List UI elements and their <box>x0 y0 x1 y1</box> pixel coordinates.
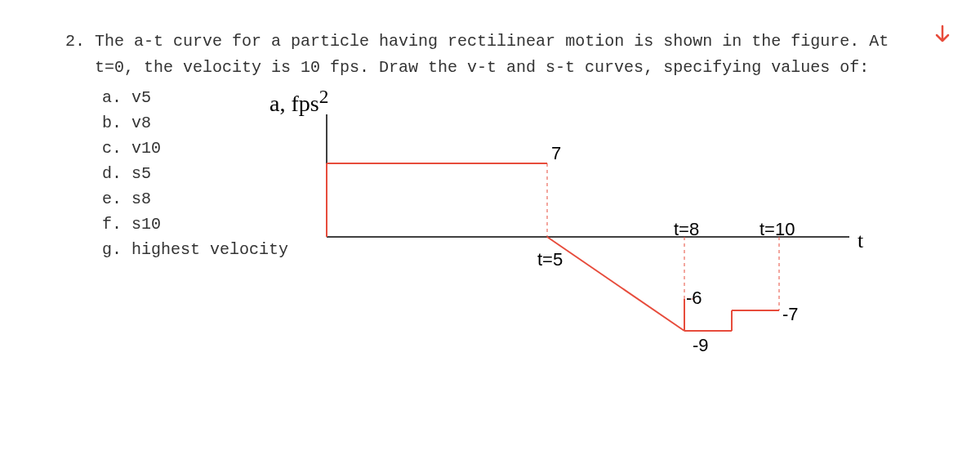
question-text: 2. The a-t curve for a particle having r… <box>65 29 915 81</box>
question-line-2: t=0, the velocity is 10 fps. Draw the v-… <box>95 58 869 77</box>
value-7: 7 <box>551 143 561 164</box>
value-neg6: -6 <box>686 288 702 309</box>
label-t10: t=10 <box>760 219 795 240</box>
a-t-chart: a, fps2 7 t=5 <box>278 90 915 376</box>
arrow-down-icon <box>933 25 951 51</box>
question-line-1: The a-t curve for a particle having rect… <box>95 32 889 51</box>
svg-line-5 <box>547 237 684 331</box>
question-number: 2. <box>65 32 85 51</box>
value-neg7: -7 <box>782 304 799 325</box>
label-t8: t=8 <box>674 219 699 240</box>
chart-svg <box>278 90 915 376</box>
label-t5: t=5 <box>537 249 563 270</box>
value-neg9: -9 <box>693 335 709 356</box>
x-axis-label: t <box>858 229 863 253</box>
